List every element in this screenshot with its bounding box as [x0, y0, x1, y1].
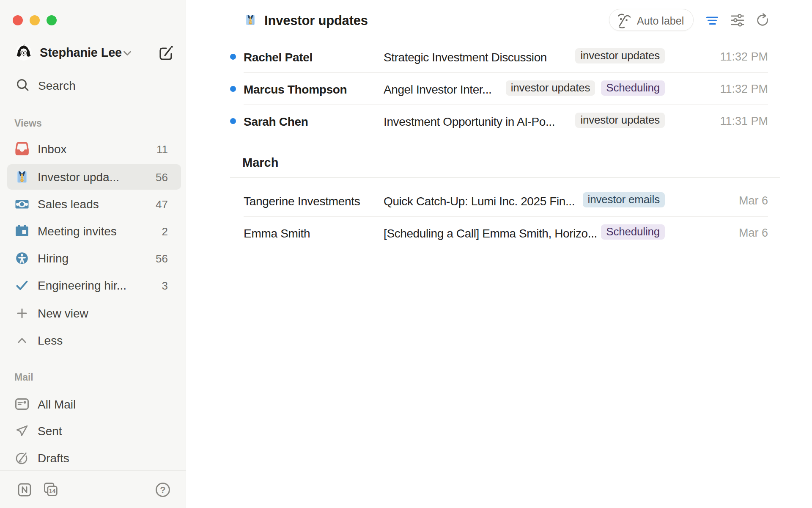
svg-text:?: ?	[160, 485, 165, 495]
svg-text:14: 14	[49, 488, 56, 494]
